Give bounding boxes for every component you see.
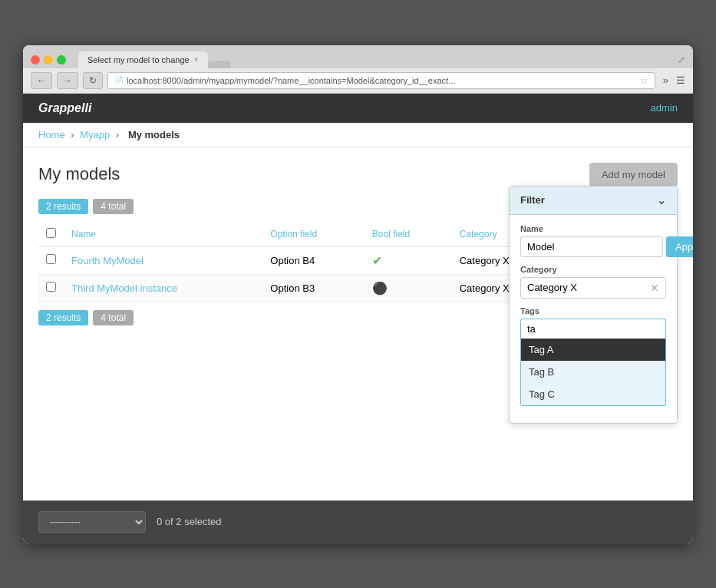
selected-count: 0 of 2 selected	[157, 516, 222, 527]
forward-button[interactable]: →	[57, 72, 78, 89]
nav-bar: ← → ↻ 📄 localhost:8000/admin/myapp/mymod…	[23, 68, 693, 94]
tag-option-b[interactable]: Tag B	[521, 361, 665, 383]
filter-title: Filter	[520, 194, 545, 206]
filter-category-field[interactable]: Category X ✕	[520, 277, 666, 299]
app-header: Grappelli admin	[23, 94, 693, 123]
select-all-checkbox[interactable]	[46, 228, 56, 238]
row1-checkbox[interactable]	[46, 254, 56, 264]
breadcrumb-home[interactable]: Home	[38, 129, 65, 140]
filter-name-label: Name	[520, 224, 666, 233]
breadcrumb-sep2: ›	[116, 129, 122, 140]
row2-bool: ⚫	[365, 274, 452, 302]
page-icon: 📄	[114, 76, 124, 84]
tabs-bar: Select my model to change ×	[78, 51, 671, 68]
row1-select	[38, 246, 64, 274]
filter-header: Filter ⌄	[510, 187, 677, 215]
filter-name-input[interactable]	[520, 236, 663, 257]
tag-option-c[interactable]: Tag C	[521, 383, 665, 405]
add-model-button[interactable]: Add my model	[589, 163, 678, 187]
filter-tags-row: Tags Tag A Tag B Tag C	[520, 306, 666, 406]
results-count-bottom: 2 results	[38, 310, 88, 325]
breadcrumb-sep1: ›	[71, 129, 77, 140]
breadcrumb-current: My models	[128, 129, 180, 140]
select-all-header	[38, 222, 64, 247]
hamburger-icon[interactable]: ☰	[676, 74, 685, 86]
app-logo: Grappelli	[38, 101, 91, 115]
active-tab[interactable]: Select my model to change ×	[78, 51, 208, 68]
bookmark-icon[interactable]: ☆	[640, 75, 648, 86]
page-header: My models Add my model	[38, 163, 678, 187]
apply-button[interactable]: Apply	[666, 236, 693, 257]
bool-true-icon: ✔	[372, 254, 382, 267]
filter-chevron-icon[interactable]: ⌄	[657, 194, 666, 206]
row1-name: Fourth MyModel	[64, 246, 262, 274]
filter-category-value: Category X	[527, 282, 650, 293]
total-count-badge: 4 total	[93, 199, 134, 214]
minimize-traffic-light[interactable]	[44, 55, 53, 64]
url-text: localhost:8000/admin/myapp/mymodel/?name…	[127, 76, 637, 85]
row1-bool: ✔	[365, 246, 452, 274]
row1-link[interactable]: Fourth MyModel	[71, 255, 144, 266]
col-option[interactable]: Option field	[262, 222, 364, 247]
extensions-icon[interactable]: »	[663, 74, 668, 86]
inactive-tab	[208, 61, 231, 68]
tab-close-button[interactable]: ×	[194, 55, 199, 64]
filter-tags-label: Tags	[520, 306, 666, 315]
browser-window: Select my model to change × ⤢ ← → ↻ 📄 lo…	[23, 45, 693, 543]
row2-name: Third MyModel instance	[64, 274, 262, 302]
row2-option: Option B3	[262, 274, 364, 302]
title-bar: Select my model to change × ⤢	[23, 45, 693, 68]
results-count-badge: 2 results	[38, 199, 88, 214]
back-button[interactable]: ←	[31, 72, 52, 89]
traffic-lights	[31, 55, 66, 64]
row1-option: Option B4	[262, 246, 364, 274]
filter-tags-input[interactable]	[520, 319, 666, 339]
refresh-button[interactable]: ↻	[83, 72, 103, 89]
col-bool[interactable]: Bool field	[365, 222, 452, 247]
breadcrumb-app[interactable]: Myapp	[80, 129, 110, 140]
col-name[interactable]: Name	[64, 222, 262, 247]
filter-body: Name Apply Category Category X ✕	[510, 215, 677, 423]
tag-option-a[interactable]: Tag A	[521, 339, 665, 361]
close-traffic-light[interactable]	[31, 55, 40, 64]
bottom-bar: ---------- 0 of 2 selected	[23, 500, 693, 543]
row2-link[interactable]: Third MyModel instance	[71, 282, 177, 294]
row2-select	[38, 274, 64, 302]
filter-category-row: Category Category X ✕	[520, 265, 666, 299]
user-link[interactable]: admin	[651, 102, 678, 114]
filter-panel: Filter ⌄ Name Apply Category Category X	[509, 186, 678, 424]
url-bar[interactable]: 📄 localhost:8000/admin/myapp/mymodel/?na…	[107, 72, 655, 89]
filter-name-row: Name Apply	[520, 224, 666, 257]
total-count-bottom: 4 total	[93, 310, 134, 325]
action-select[interactable]: ----------	[38, 511, 146, 533]
tab-title: Select my model to change	[87, 55, 190, 64]
breadcrumb: Home › Myapp › My models	[23, 123, 693, 147]
row2-checkbox[interactable]	[46, 282, 56, 292]
main-content: My models Add my model 2 results 4 total…	[23, 147, 693, 500]
filter-name-input-row: Apply	[520, 236, 666, 257]
maximize-traffic-light[interactable]	[57, 55, 66, 64]
page-title: My models	[38, 164, 120, 184]
clear-category-icon[interactable]: ✕	[650, 282, 659, 294]
filter-category-label: Category	[520, 265, 666, 274]
tags-dropdown: Tag A Tag B Tag C	[520, 339, 666, 406]
resize-icon: ⤢	[678, 55, 685, 65]
bool-false-icon: ⚫	[372, 282, 388, 295]
